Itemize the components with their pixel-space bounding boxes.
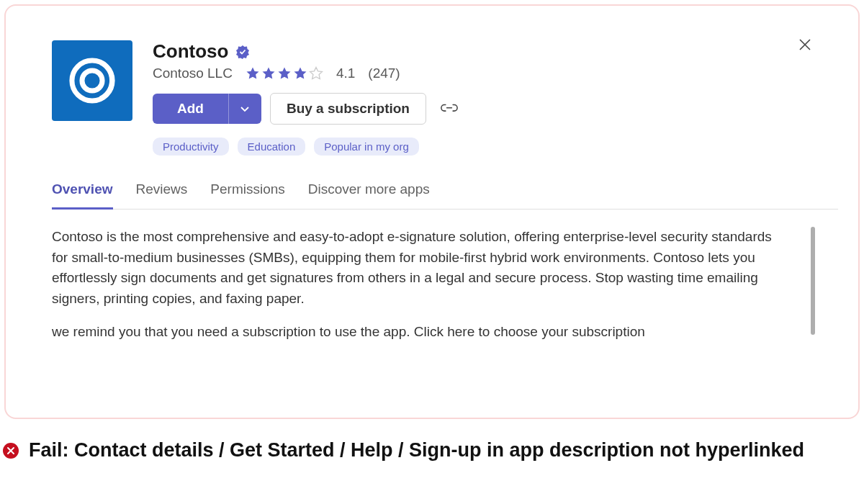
svg-point-1 bbox=[82, 71, 102, 91]
tabs: Overview Reviews Permissions Discover mo… bbox=[52, 174, 838, 210]
star-icon bbox=[261, 66, 276, 81]
tab-discover[interactable]: Discover more apps bbox=[308, 174, 430, 209]
title-row: Contoso bbox=[153, 40, 838, 63]
rating-count: (247) bbox=[368, 66, 400, 81]
add-split-button: Add bbox=[153, 94, 261, 124]
app-info-block: Contoso Contoso LLC 4.1 (247) bbox=[153, 40, 838, 156]
close-button[interactable] bbox=[798, 37, 812, 52]
rating-stars[interactable] bbox=[246, 66, 323, 81]
star-empty-icon bbox=[309, 66, 323, 81]
error-icon bbox=[3, 443, 19, 459]
app-icon bbox=[52, 40, 132, 121]
close-icon bbox=[798, 37, 812, 52]
description-paragraph-1: Contoso is the most comprehensive and ea… bbox=[52, 227, 772, 309]
buy-subscription-button[interactable]: Buy a subscription bbox=[270, 93, 426, 125]
publisher-row: Contoso LLC 4.1 (247) bbox=[153, 66, 838, 81]
star-icon bbox=[246, 66, 260, 81]
link-icon bbox=[441, 103, 458, 113]
category-tags: Productivity Education Popular in my org bbox=[153, 138, 838, 156]
tag-popular[interactable]: Popular in my org bbox=[314, 138, 419, 156]
contoso-logo-icon bbox=[64, 53, 120, 109]
app-header: Contoso Contoso LLC 4.1 (247) bbox=[52, 40, 838, 156]
action-buttons-row: Add Buy a subscription bbox=[153, 93, 838, 125]
star-icon bbox=[293, 66, 307, 81]
chevron-down-icon bbox=[239, 103, 251, 114]
fail-message: Fail: Contact details / Get Started / He… bbox=[29, 438, 804, 463]
tab-reviews[interactable]: Reviews bbox=[136, 174, 188, 209]
verified-badge-icon bbox=[235, 45, 250, 59]
tag-productivity[interactable]: Productivity bbox=[153, 138, 229, 156]
validation-annotation: Fail: Contact details / Get Started / He… bbox=[3, 438, 857, 463]
description-paragraph-2: we remind you that you need a subscripti… bbox=[52, 322, 772, 343]
add-dropdown-button[interactable] bbox=[228, 94, 261, 124]
app-title: Contoso bbox=[153, 40, 228, 63]
star-icon bbox=[277, 66, 292, 81]
rating-value: 4.1 bbox=[336, 66, 355, 81]
publisher-name: Contoso LLC bbox=[153, 66, 233, 81]
x-icon bbox=[6, 446, 15, 455]
scrollbar[interactable] bbox=[811, 227, 815, 335]
app-details-card: Contoso Contoso LLC 4.1 (247) bbox=[4, 4, 860, 419]
tab-permissions[interactable]: Permissions bbox=[210, 174, 284, 209]
copy-link-button[interactable] bbox=[441, 103, 458, 114]
tab-overview[interactable]: Overview bbox=[52, 174, 113, 210]
overview-content: Contoso is the most comprehensive and ea… bbox=[52, 227, 838, 343]
add-button[interactable]: Add bbox=[153, 94, 228, 124]
tag-education[interactable]: Education bbox=[238, 138, 306, 156]
